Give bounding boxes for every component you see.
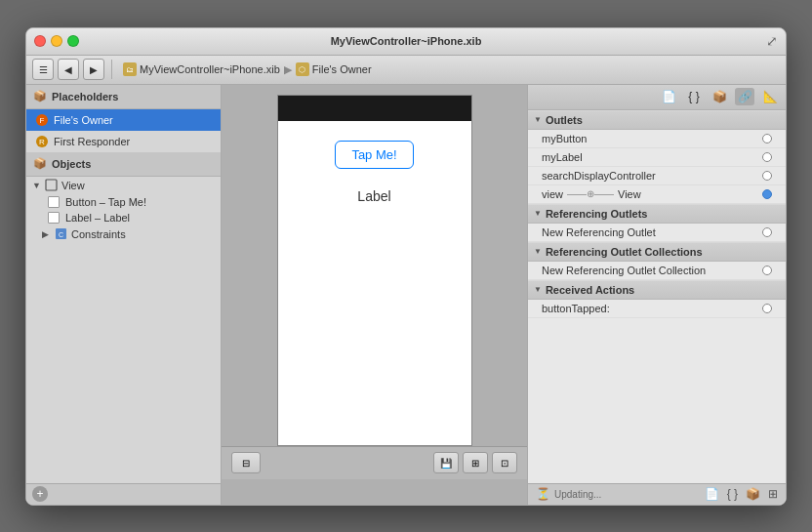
hamburger-icon[interactable]: ☰ xyxy=(32,59,54,80)
new-referencing-outlet: New Referencing Outlet xyxy=(528,224,786,242)
left-panel: 📦 Placeholders F File's Owner R xyxy=(26,85,222,505)
received-actions-collapse[interactable]: ▼ xyxy=(534,285,542,294)
toolbar-sep-1 xyxy=(111,60,112,79)
window-title: MyViewController~iPhone.xib xyxy=(331,35,482,47)
maximize-button[interactable] xyxy=(67,35,79,47)
forward-button[interactable]: ▶ xyxy=(83,59,104,80)
constraints-arrow: ▶ xyxy=(42,229,52,239)
iphone-label: Label xyxy=(357,188,390,204)
objects-header: 📦 Objects xyxy=(26,152,221,177)
new-ref-outlet-circle[interactable] xyxy=(762,227,772,237)
objects-tree: ▼ View Button – Tap Me! Label – xyxy=(26,177,221,483)
svg-text:R: R xyxy=(39,138,45,146)
center-panel: Tap Me! Label ⊟ 💾 ⊞ ⊡ xyxy=(222,85,527,505)
iphone-content: Tap Me! Label xyxy=(278,121,471,445)
outlets-collapse-arrow[interactable]: ▼ xyxy=(534,115,542,124)
save-icon[interactable]: 💾 xyxy=(433,452,459,473)
outlet-mybutton: myButton xyxy=(528,130,786,148)
first-responder-item[interactable]: R First Responder xyxy=(26,131,221,152)
center-bottom-right: 💾 ⊞ ⊡ xyxy=(433,452,517,473)
right-bottom-bar: ⏳ Updating... 📄 { } 📦 ⊞ xyxy=(528,483,786,505)
minimize-button[interactable] xyxy=(51,35,62,47)
breadcrumb-xib[interactable]: 🗂 MyViewController~iPhone.xib xyxy=(123,62,280,76)
toolbar: ☰ ◀ ▶ 🗂 MyViewController~iPhone.xib ▶ ⬡ … xyxy=(26,56,786,85)
received-actions-header: ▼ Received Actions xyxy=(528,280,786,300)
close-button[interactable] xyxy=(34,35,46,47)
panel-icon-metrics[interactable]: 📐 xyxy=(760,88,780,105)
view-conn-circle[interactable] xyxy=(762,189,772,199)
main-window: MyViewController~iPhone.xib ⤢ ☰ ◀ ▶ 🗂 My… xyxy=(25,27,787,506)
first-responder-icon: R xyxy=(34,134,50,149)
tree-constraints[interactable]: ▶ C Constraints xyxy=(26,225,221,243)
updating-status: ⏳ Updating... xyxy=(536,487,601,501)
view-conn-left: view ——⊕—— View xyxy=(542,188,641,200)
tap-me-button[interactable]: Tap Me! xyxy=(335,141,413,169)
label-checkbox xyxy=(48,212,60,224)
tree-label[interactable]: Label – Label xyxy=(26,210,221,225)
view-arrow: ▼ xyxy=(32,181,42,190)
main-content: 📦 Placeholders F File's Owner R xyxy=(26,85,786,505)
placeholders-header: 📦 Placeholders xyxy=(26,85,221,109)
objects-icon: 📦 xyxy=(32,156,48,172)
right-bottom-icons: 📄 { } 📦 ⊞ xyxy=(705,487,778,501)
right-panel: 📄 { } 📦 🔗 📐 ▼ Outlets myButton myLabel xyxy=(527,85,786,505)
back-button[interactable]: ◀ xyxy=(58,59,79,80)
traffic-lights xyxy=(34,35,79,47)
rb-box-icon[interactable]: 📦 xyxy=(746,487,760,501)
placeholders-icon: 📦 xyxy=(32,89,48,104)
tree-view[interactable]: ▼ View xyxy=(26,177,221,194)
button-tapped-circle[interactable] xyxy=(762,304,772,313)
outlet-mylabel: myLabel xyxy=(528,148,786,167)
rb-file-icon[interactable]: 📄 xyxy=(705,487,719,501)
xib-icon: 🗂 xyxy=(123,62,137,76)
grid-icon[interactable]: ⊞ xyxy=(463,452,488,473)
owner-icon: ⬡ xyxy=(296,62,309,76)
panel-top-icons: 📄 { } 📦 🔗 📐 xyxy=(528,85,786,110)
files-owner-item[interactable]: F File's Owner xyxy=(26,109,221,131)
rb-grid-icon[interactable]: ⊞ xyxy=(768,487,778,501)
ref-collections-collapse[interactable]: ▼ xyxy=(534,247,542,256)
iphone-status-bar xyxy=(278,96,471,121)
button-checkbox xyxy=(48,196,60,208)
breadcrumb: 🗂 MyViewController~iPhone.xib ▶ ⬡ File's… xyxy=(123,62,372,76)
outlet-searchdisplay: searchDisplayController xyxy=(528,167,786,185)
align-icon[interactable]: ⊡ xyxy=(492,452,517,473)
referencing-outlets-header: ▼ Referencing Outlets xyxy=(528,204,786,224)
svg-text:F: F xyxy=(40,116,45,125)
svg-rect-4 xyxy=(46,180,57,190)
new-ref-collection-circle[interactable] xyxy=(762,266,772,275)
constraints-icon: C xyxy=(54,227,67,241)
expand-icon[interactable]: ⤢ xyxy=(766,33,778,49)
center-bottom-toolbar: ⊟ 💾 ⊞ ⊡ xyxy=(222,446,527,479)
right-panel-spacer xyxy=(528,318,786,483)
tree-button[interactable]: Button – Tap Me! xyxy=(26,194,221,210)
view-conn-dash: ——⊕—— xyxy=(567,188,614,199)
outlet-searchdisplay-circle[interactable] xyxy=(762,171,772,181)
outlet-mylabel-circle[interactable] xyxy=(762,152,772,162)
title-bar: MyViewController~iPhone.xib ⤢ xyxy=(26,28,786,56)
panel-icon-connections[interactable]: 🔗 xyxy=(735,88,754,105)
panel-icon-box[interactable]: 📦 xyxy=(710,88,729,105)
left-panel-bottom: + xyxy=(26,483,221,505)
panel-icon-code[interactable]: { } xyxy=(684,88,704,105)
outlet-mybutton-circle[interactable] xyxy=(762,134,772,143)
new-referencing-collection: New Referencing Outlet Collection xyxy=(528,262,786,280)
breadcrumb-owner[interactable]: ⬡ File's Owner xyxy=(296,62,372,76)
iphone-frame: Tap Me! Label xyxy=(277,95,472,446)
add-object-button[interactable]: + xyxy=(32,486,48,502)
referencing-collections-header: ▼ Referencing Outlet Collections xyxy=(528,242,786,262)
view-connection-row: view ——⊕—— View xyxy=(528,185,786,204)
button-tapped-action: buttonTapped: xyxy=(528,300,786,318)
files-owner-icon: F xyxy=(34,112,50,128)
panel-icon-file[interactable]: 📄 xyxy=(659,88,678,105)
view-icon xyxy=(44,179,58,192)
spinner-icon: ⏳ xyxy=(536,487,550,501)
frame-button[interactable]: ⊟ xyxy=(231,452,261,473)
outlets-header: ▼ Outlets xyxy=(528,110,786,130)
ref-outlets-collapse[interactable]: ▼ xyxy=(534,209,542,218)
svg-text:C: C xyxy=(58,231,62,238)
rb-code-icon[interactable]: { } xyxy=(727,487,738,501)
